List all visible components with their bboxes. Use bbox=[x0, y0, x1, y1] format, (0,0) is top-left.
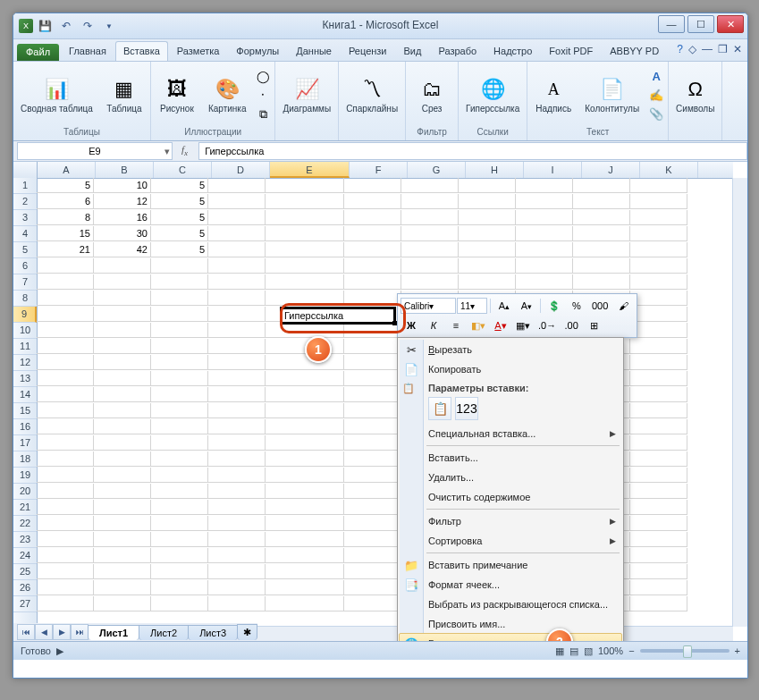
row-header-21[interactable]: 21 bbox=[13, 500, 37, 516]
cell[interactable] bbox=[630, 387, 687, 402]
cell[interactable] bbox=[37, 500, 94, 515]
cell[interactable] bbox=[151, 403, 208, 418]
cell[interactable] bbox=[266, 468, 344, 483]
zoom-out-button[interactable]: − bbox=[628, 645, 634, 656]
cell[interactable] bbox=[151, 291, 208, 306]
cell[interactable] bbox=[94, 484, 151, 499]
cell[interactable] bbox=[630, 532, 687, 547]
cell[interactable] bbox=[573, 274, 630, 290]
cell[interactable] bbox=[208, 210, 266, 225]
cell[interactable] bbox=[630, 355, 687, 370]
col-header-K[interactable]: K bbox=[640, 162, 698, 178]
cell[interactable] bbox=[401, 178, 459, 193]
mini-accounting-icon[interactable]: 💲 bbox=[544, 297, 565, 315]
cell[interactable] bbox=[516, 274, 573, 290]
cell[interactable] bbox=[151, 548, 208, 563]
file-tab[interactable]: Файл bbox=[17, 44, 59, 61]
cell[interactable] bbox=[266, 516, 344, 531]
cell[interactable] bbox=[208, 484, 266, 499]
cell[interactable] bbox=[630, 210, 687, 225]
cell[interactable] bbox=[94, 532, 151, 547]
cell[interactable] bbox=[37, 548, 94, 563]
cell[interactable] bbox=[151, 435, 208, 451]
mini-font-color-icon[interactable]: A▾ bbox=[490, 316, 511, 334]
cell[interactable]: 5 bbox=[151, 226, 208, 241]
cell[interactable] bbox=[151, 484, 208, 499]
sheet-tab-1[interactable]: Лист1 bbox=[88, 625, 139, 640]
cell[interactable] bbox=[573, 258, 630, 274]
cell[interactable] bbox=[630, 403, 687, 418]
cell[interactable] bbox=[151, 258, 208, 274]
col-header-I[interactable]: I bbox=[524, 162, 582, 178]
cell[interactable] bbox=[151, 532, 208, 547]
col-header-A[interactable]: A bbox=[38, 162, 96, 178]
cell[interactable] bbox=[266, 291, 344, 306]
cell[interactable] bbox=[266, 403, 344, 418]
cell[interactable] bbox=[37, 484, 94, 499]
active-cell[interactable]: Гиперссылка bbox=[280, 307, 396, 325]
cell[interactable] bbox=[37, 339, 94, 354]
cell[interactable] bbox=[208, 516, 266, 531]
cm-define-name[interactable]: Присвоить имя... bbox=[400, 614, 621, 634]
cell[interactable] bbox=[208, 323, 266, 338]
vertical-scrollbar[interactable] bbox=[732, 178, 747, 627]
cell[interactable] bbox=[94, 419, 151, 434]
cell[interactable] bbox=[266, 564, 344, 579]
cell[interactable] bbox=[516, 178, 573, 193]
cell[interactable] bbox=[344, 468, 401, 483]
cell[interactable] bbox=[94, 291, 151, 306]
mini-borders-icon[interactable]: ▦▾ bbox=[512, 316, 534, 334]
zoom-slider[interactable] bbox=[640, 649, 729, 653]
cell[interactable] bbox=[37, 580, 94, 595]
row-header-7[interactable]: 7 bbox=[13, 274, 37, 291]
cell[interactable] bbox=[266, 371, 344, 386]
cell[interactable] bbox=[344, 516, 401, 531]
minimize-button[interactable]: — bbox=[658, 15, 685, 33]
undo-button[interactable]: ↶ bbox=[56, 16, 76, 36]
view-normal-icon[interactable]: ▦ bbox=[555, 645, 564, 657]
cell[interactable] bbox=[266, 532, 344, 547]
sparklines-button[interactable]: 〽Спарклайны bbox=[342, 75, 401, 115]
cell[interactable] bbox=[94, 339, 151, 354]
cell[interactable] bbox=[459, 210, 516, 225]
cell[interactable] bbox=[459, 274, 516, 290]
table-button[interactable]: ▦Таблица bbox=[102, 75, 147, 115]
tab-data[interactable]: Данные bbox=[288, 41, 340, 61]
cell[interactable] bbox=[208, 178, 266, 193]
cell[interactable] bbox=[401, 242, 459, 257]
name-box[interactable]: E9▾ bbox=[17, 142, 173, 160]
cell[interactable] bbox=[630, 194, 687, 209]
cell[interactable] bbox=[516, 194, 573, 209]
cell[interactable] bbox=[208, 403, 266, 418]
cm-delete[interactable]: Удалить... bbox=[400, 468, 621, 487]
cell[interactable] bbox=[573, 178, 630, 193]
cell[interactable] bbox=[94, 387, 151, 402]
cell[interactable] bbox=[266, 323, 344, 338]
cm-filter[interactable]: Фильтр▶ bbox=[400, 511, 621, 531]
cell[interactable] bbox=[151, 419, 208, 434]
cell[interactable] bbox=[37, 355, 94, 370]
cell[interactable] bbox=[630, 339, 687, 354]
cell[interactable] bbox=[208, 532, 266, 547]
cell[interactable] bbox=[151, 323, 208, 338]
cell[interactable] bbox=[208, 371, 266, 386]
cell[interactable] bbox=[344, 532, 401, 547]
textbox-button[interactable]: AНадпись bbox=[531, 75, 576, 115]
symbols-button[interactable]: ΩСимволы bbox=[672, 75, 718, 115]
cell[interactable] bbox=[344, 258, 401, 274]
cm-hyperlink[interactable]: 🌐Гиперссылка... bbox=[399, 633, 622, 641]
row-header-23[interactable]: 23 bbox=[13, 532, 37, 548]
cell[interactable] bbox=[208, 258, 266, 274]
cell[interactable] bbox=[94, 548, 151, 563]
tab-insert[interactable]: Вставка bbox=[115, 41, 168, 61]
cell[interactable] bbox=[344, 178, 401, 193]
mini-font-combo[interactable]: Calibri ▾ bbox=[401, 298, 456, 314]
tab-layout[interactable]: Разметка bbox=[169, 41, 228, 61]
col-header-G[interactable]: G bbox=[408, 162, 466, 178]
close-button[interactable]: ✕ bbox=[717, 15, 744, 33]
cell[interactable] bbox=[266, 274, 344, 290]
row-header-25[interactable]: 25 bbox=[13, 564, 37, 580]
cm-paste-special[interactable]: Специальная вставка...▶ bbox=[400, 424, 621, 443]
cell[interactable] bbox=[208, 580, 266, 595]
col-header-C[interactable]: C bbox=[154, 162, 212, 178]
